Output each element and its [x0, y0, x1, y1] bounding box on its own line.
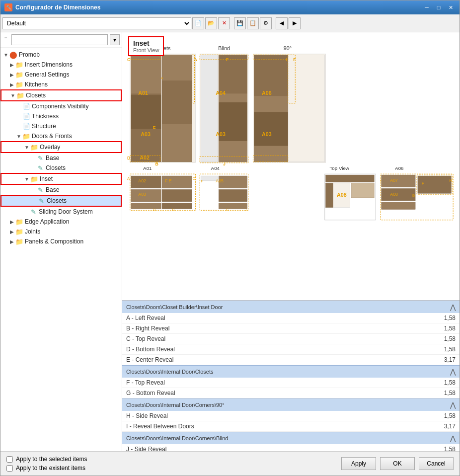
prop-row[interactable]: F - Top Reveal 1,58	[122, 378, 460, 388]
close-button[interactable]: ✕	[446, 3, 456, 11]
tree-item-overlay[interactable]: ▼ 📁 Overlay	[0, 141, 122, 153]
svg-text:A02: A02	[138, 178, 146, 183]
checkbox-row-existent: Apply to the existent items	[6, 465, 87, 472]
svg-text:D: D	[153, 208, 156, 212]
tree-item-inset-base[interactable]: ▶ ✎ Base	[0, 185, 122, 195]
folder-icon-insert-dim: 📁	[15, 61, 23, 69]
tree-item-overlay-base[interactable]: ▶ ✎ Base	[0, 153, 122, 163]
checkbox-selected-label: Apply to the selected items	[16, 456, 87, 463]
tree-panel[interactable]: ▼ ⬤ Promob ▶ 📁 Insert Dimensions ▶ 📁 Gen…	[0, 48, 122, 451]
tree-search-expand: ≡	[2, 34, 9, 41]
tree-item-closets[interactable]: ▼ 📁 Closets	[0, 89, 122, 101]
svg-text:A01: A01	[143, 165, 152, 171]
expander-edge: ▶	[8, 218, 15, 225]
prop-row[interactable]: H - Side Reveal 1,58	[122, 411, 460, 421]
tree-item-doors-fronts[interactable]: ▼ 📁 Doors & Fronts	[0, 131, 122, 141]
tree-item-promob[interactable]: ▼ ⬤ Promob	[0, 50, 122, 60]
toolbar: Default 📄 📂 ✕ 💾 📋 ⚙ ◀ ▶	[0, 14, 460, 32]
new-button[interactable]: 📄	[192, 17, 204, 29]
search-input[interactable]	[11, 34, 108, 45]
cancel-button[interactable]: Cancel	[419, 457, 454, 470]
prop-row[interactable]: J - Side Reveal 1,58	[122, 444, 460, 451]
svg-text:A08: A08	[337, 192, 347, 198]
inset-front-view-label: Front View	[133, 47, 159, 53]
svg-text:A: A	[127, 176, 130, 181]
folder-icon-edge: 📁	[15, 218, 23, 226]
copy-button[interactable]: 📋	[247, 17, 259, 29]
checkbox-existent-items[interactable]	[6, 465, 13, 472]
maximize-button[interactable]: □	[434, 3, 444, 11]
tree-item-structure[interactable]: ▶ 📄 Structure	[0, 121, 122, 131]
back-button[interactable]: ◀	[276, 17, 288, 29]
svg-text:A06: A06	[395, 165, 403, 171]
prop-row[interactable]: B - Right Reveal 1,58	[122, 323, 460, 334]
save-button[interactable]: 💾	[234, 17, 246, 29]
svg-text:A02: A02	[140, 155, 150, 160]
section-header-internal-door-closets[interactable]: Closets\Doors\Internal Door\Closets ⋀	[122, 365, 460, 378]
preview-diagram: Closets Blind 90°	[126, 36, 456, 280]
expander-inset: ▼	[23, 175, 30, 182]
collapse-internal-door-closets[interactable]: ⋀	[450, 368, 456, 376]
ok-button[interactable]: OK	[380, 457, 415, 470]
checkbox-selected-items[interactable]	[6, 456, 13, 463]
settings-button[interactable]: ⚙	[260, 17, 272, 29]
app-icon: 🔧	[4, 3, 12, 11]
folder-icon-closets: 📁	[16, 91, 24, 99]
svg-text:Blind: Blind	[218, 45, 230, 51]
tree-item-edge-application[interactable]: ▶ 📁 Edge Application	[0, 217, 122, 227]
svg-rect-74	[326, 183, 333, 208]
expander-promob: ▼	[2, 51, 9, 58]
tree-item-inset-closets[interactable]: ▶ ✎ Closets	[0, 195, 122, 207]
prop-row[interactable]: I - Reveal Between Doors 3,17	[122, 421, 460, 432]
svg-text:G: G	[412, 193, 415, 198]
collapse-corners-90[interactable]: ⋀	[450, 401, 456, 409]
right-panel: Inset Front View Closets Blind 90°	[122, 32, 460, 451]
prop-row[interactable]: A - Left Reveal 1,58	[122, 313, 460, 323]
svg-rect-65	[219, 189, 247, 201]
section-header-corners-blind[interactable]: Closets\Doors\Internal Door\Corners\Blin…	[122, 432, 460, 444]
open-button[interactable]: 📂	[205, 17, 217, 29]
svg-rect-24	[219, 55, 247, 93]
svg-text:A01: A01	[138, 90, 148, 96]
collapse-inset-door[interactable]: ⋀	[450, 303, 456, 311]
delete-button[interactable]: ✕	[218, 17, 230, 29]
tree-item-panels[interactable]: ▶ 📁 Panels & Composition	[0, 237, 122, 246]
section-label-corners-90: Closets\Doors\Internal Door\Corners\90°	[126, 402, 225, 408]
prop-row[interactable]: E - Center Reveal 3,17	[122, 355, 460, 365]
minimize-button[interactable]: ─	[422, 3, 432, 11]
prop-row[interactable]: C - Top Reveal 1,58	[122, 334, 460, 344]
tree-item-joints[interactable]: ▶ 📁 Joints	[0, 227, 122, 237]
svg-text:Top View: Top View	[330, 165, 350, 171]
expander-joints: ▶	[8, 228, 15, 235]
svg-text:F: F	[293, 57, 296, 62]
collapse-corners-blind[interactable]: ⋀	[450, 434, 456, 442]
svg-text:G: G	[226, 208, 229, 212]
section-header-corners-90[interactable]: Closets\Doors\Internal Door\Corners\90° …	[122, 398, 460, 411]
tree-item-thickness[interactable]: ▶ 📄 Thickness	[0, 111, 122, 121]
svg-rect-72	[326, 175, 375, 182]
tree-item-insert-dimensions[interactable]: ▶ 📁 Insert Dimensions	[0, 60, 122, 70]
forward-button[interactable]: ▶	[289, 17, 301, 29]
apply-button[interactable]: Apply	[341, 457, 376, 470]
item-icon-overlay-base: ✎	[36, 154, 44, 162]
tree-item-kitchens[interactable]: ▶ 📁 Kitchens	[0, 79, 122, 89]
tree-item-sliding-door[interactable]: ▶ ✎ Sliding Door System	[0, 207, 122, 217]
prop-row[interactable]: D - Bottom Reveal 1,58	[122, 344, 460, 355]
prop-row[interactable]: G - Bottom Reveal 1,58	[122, 388, 460, 398]
page-icon-structure: 📄	[22, 122, 30, 130]
tree-item-components-visibility[interactable]: ▶ 📄 Components Visibility	[0, 101, 122, 111]
tree-item-general-settings[interactable]: ▶ 📁 General Settings	[0, 70, 122, 79]
expander-panels: ▶	[8, 238, 15, 245]
svg-text:A03: A03	[141, 131, 151, 137]
inset-label-box: Inset Front View	[128, 36, 164, 56]
svg-rect-80	[382, 202, 415, 210]
tree-item-overlay-closets[interactable]: ▶ ✎ Closets	[0, 163, 122, 173]
tree-item-inset[interactable]: ▼ 📁 Inset	[0, 173, 122, 185]
svg-rect-5	[131, 55, 161, 93]
properties-area: Closets\Doors\Closet Builder\Inset Door …	[122, 301, 460, 451]
search-dropdown-button[interactable]: ▼	[110, 34, 120, 45]
section-header-inset-door[interactable]: Closets\Doors\Closet Builder\Inset Door …	[122, 301, 460, 313]
svg-rect-63	[201, 176, 218, 181]
config-dropdown[interactable]: Default	[2, 17, 191, 29]
expander-insert-dim: ▶	[8, 61, 15, 68]
